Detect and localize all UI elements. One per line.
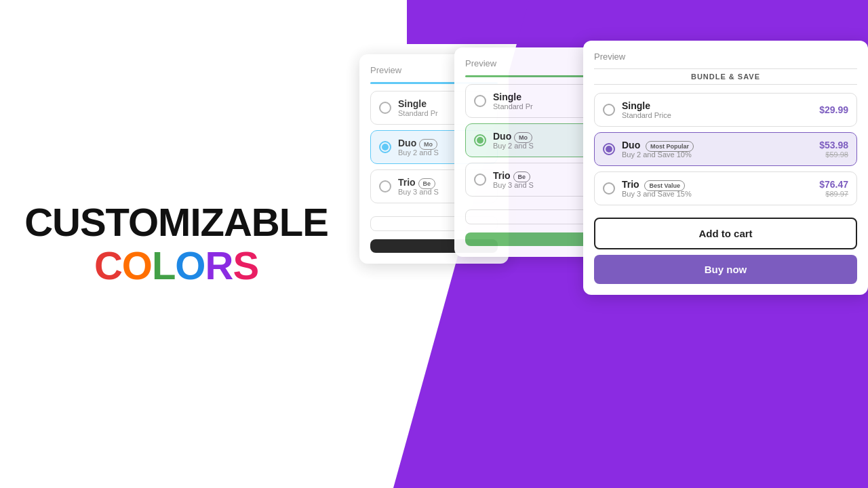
title-customizable: CUSTOMIZABLE	[24, 201, 328, 244]
card3-title-duo: Duo Most Popular	[622, 140, 812, 150]
card2-option-single[interactable]: Single Standard Pr	[465, 84, 593, 118]
card3-price-single: $29.99	[819, 104, 848, 115]
card3-title-trio: Trio Best Value	[622, 179, 812, 190]
card3-option-duo[interactable]: Duo Most Popular Buy 2 and Save 10% $53.…	[594, 132, 857, 166]
card3-option-single[interactable]: Single Standard Price $29.99	[594, 93, 857, 127]
card3-price-main-single: $29.99	[819, 104, 848, 115]
letter-l: L	[152, 243, 175, 287]
letter-s: S	[233, 243, 258, 287]
left-section: CUSTOMIZABLE COLORS	[0, 0, 353, 488]
card3-subtitle-single: Standard Price	[622, 111, 812, 119]
card3-radio-single[interactable]	[603, 104, 615, 116]
card3-buy-now-button[interactable]: Buy now	[594, 255, 857, 284]
card2-option-duo[interactable]: Duo Mo Buy 2 and S	[465, 123, 593, 157]
card3-option-trio[interactable]: Trio Best Value Buy 3 and Save 15% $76.4…	[594, 171, 857, 205]
card2-preview-label: Preview	[465, 58, 593, 68]
card2-info-trio: Trio Be Buy 3 and S	[493, 170, 584, 189]
letter-o2: O	[175, 243, 205, 287]
card2-radio-trio[interactable]	[474, 174, 486, 186]
card2-title-single: Single	[493, 92, 584, 102]
card2-radio-single[interactable]	[474, 95, 486, 107]
card3-subtitle-duo: Buy 2 and Save 10%	[622, 150, 812, 159]
letter-c: C	[94, 243, 122, 287]
card3-title-single: Single	[622, 100, 812, 111]
card2-radio-duo[interactable]	[474, 134, 486, 146]
card3-add-to-cart-button[interactable]: Add to cart	[594, 218, 857, 249]
card2-title-duo: Duo Mo	[493, 131, 584, 142]
card2-subtitle-trio: Buy 3 and S	[493, 181, 584, 189]
card3-price-trio: $76.47 $89.97	[819, 179, 848, 198]
letter-o1: O	[122, 243, 152, 287]
card3-price-orig-duo: $59.98	[819, 150, 848, 159]
card2-subtitle-single: Standard Pr	[493, 102, 584, 110]
card3-preview-label: Preview	[594, 52, 857, 62]
title-colors: COLORS	[24, 244, 328, 287]
letter-r: R	[205, 243, 233, 287]
bundle-save-label: BUNDLE & SAVE	[594, 68, 857, 85]
card2-subtitle-duo: Buy 2 and S	[493, 142, 584, 150]
card2-add-to-cart-button[interactable]	[465, 209, 593, 224]
preview-card-2: Preview Single Standard Pr Duo Mo Buy 2 …	[454, 47, 604, 257]
card1-radio-duo[interactable]	[379, 141, 391, 153]
card3-info-duo: Duo Most Popular Buy 2 and Save 10%	[622, 140, 812, 159]
cards-container: Preview Single Standard Pr Duo Mo Buy 2 …	[339, 34, 868, 468]
card2-info-duo: Duo Mo Buy 2 and S	[493, 131, 584, 150]
card2-accent-line	[465, 75, 593, 77]
card3-price-duo: $53.98 $59.98	[819, 140, 848, 159]
card3-radio-trio[interactable]	[603, 182, 615, 195]
title-block: CUSTOMIZABLE COLORS	[24, 201, 328, 287]
card2-title-trio: Trio Be	[493, 170, 584, 181]
card3-info-single: Single Standard Price	[622, 100, 812, 119]
card3-price-main-trio: $76.47	[819, 179, 848, 190]
card3-subtitle-trio: Buy 3 and Save 15%	[622, 190, 812, 198]
preview-card-3: Preview BUNDLE & SAVE Single Standard Pr…	[583, 41, 868, 295]
card1-radio-single[interactable]	[379, 102, 391, 114]
card1-radio-trio[interactable]	[379, 180, 391, 192]
card3-price-main-duo: $53.98	[819, 140, 848, 150]
card3-price-orig-trio: $89.97	[819, 190, 848, 198]
card2-buy-now-button[interactable]	[465, 232, 593, 246]
card2-info-single: Single Standard Pr	[493, 92, 584, 110]
card3-radio-duo[interactable]	[603, 143, 615, 155]
card3-info-trio: Trio Best Value Buy 3 and Save 15%	[622, 179, 812, 198]
card2-option-trio[interactable]: Trio Be Buy 3 and S	[465, 163, 593, 197]
